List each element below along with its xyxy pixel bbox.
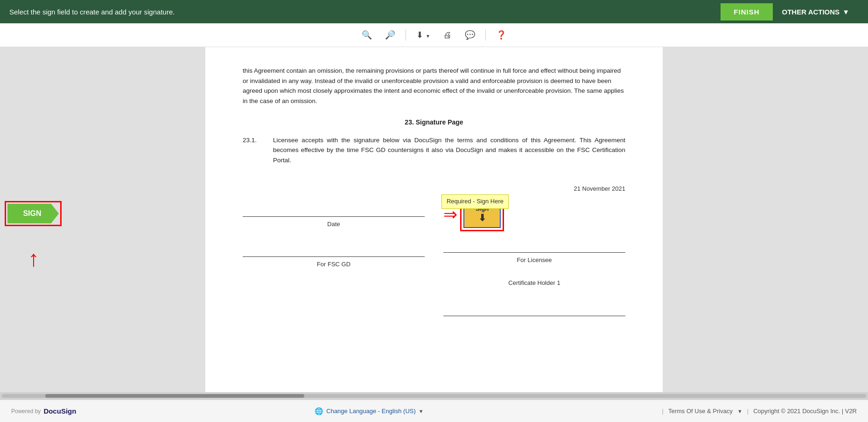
sign-here-container: Required - Sign Here Sign ⬇ [460, 197, 504, 231]
change-language-link[interactable]: Change Language - English (US) [326, 408, 416, 415]
certificate-holder-label: Certificate Holder 1 [508, 278, 560, 288]
zoom-out-icon: 🔎 [385, 30, 395, 40]
arrow-up-indicator: ↑ [28, 248, 39, 270]
sig-col-right: 21 November 2021 ⇒ Required - Sign Here … [443, 184, 625, 319]
licensee-sig-line [443, 239, 625, 253]
footer-center: 🌐 Change Language - English (US) ▼ [315, 407, 423, 415]
instruction-message: Select the sign field to create and add … [9, 8, 175, 16]
signature-area: Date For FSC GD 21 November 2021 ⇒ [243, 184, 625, 319]
download-icon: ⬇ [416, 30, 423, 40]
terms-dropdown-arrow: ▼ [737, 408, 742, 414]
zoom-in-icon: 🔍 [362, 30, 372, 40]
scrollbar-track[interactable] [2, 394, 866, 398]
download-chevron: ▼ [426, 34, 430, 39]
chevron-down-icon: ▼ [842, 8, 849, 16]
cert-sig-line [443, 302, 625, 316]
main-area: SIGN ↑ this Agreement contain an omissio… [0, 47, 868, 392]
sign-tab-button[interactable]: SIGN [7, 204, 59, 223]
document-scroll[interactable]: this Agreement contain an omission, the … [0, 47, 868, 392]
globe-icon: 🌐 [315, 407, 323, 415]
footer-left: Powered by DocuSign [11, 407, 76, 415]
scrollbar-thumb[interactable] [45, 394, 305, 398]
toolbar-separator-1 [406, 29, 406, 41]
date-sig-line [243, 203, 425, 217]
top-bar: Select the sign field to create and add … [0, 0, 868, 23]
footer-right: | Terms Of Use & Privacy ▼ | Copyright ©… [662, 408, 857, 415]
help-button[interactable]: ❓ [491, 27, 511, 43]
zoom-out-button[interactable]: 🔎 [380, 27, 400, 43]
other-actions-button[interactable]: OTHER ACTIONS ▼ [773, 3, 859, 21]
horizontal-scrollbar[interactable] [0, 392, 868, 400]
terms-privacy-link[interactable]: Terms Of Use & Privacy [668, 408, 733, 415]
sig-col-left: Date For FSC GD [243, 184, 425, 319]
top-bar-actions: FINISH OTHER ACTIONS ▼ [721, 3, 859, 21]
for-licensee-label: For Licensee [517, 256, 552, 265]
date-field-label: Date [327, 220, 340, 229]
help-icon: ❓ [496, 30, 506, 40]
for-fsc-label: For FSC GD [317, 260, 350, 270]
toolbar-separator-2 [485, 29, 486, 41]
download-button[interactable]: ⬇ ▼ [412, 27, 435, 43]
powered-by-label: Powered by [11, 408, 41, 415]
print-button[interactable]: 🖨 [439, 28, 456, 43]
section-content: Licensee accepts with the signature belo… [273, 135, 625, 166]
copyright-text: Copyright © 2021 DocuSign Inc. | V2R [753, 408, 857, 415]
required-tooltip: Required - Sign Here [441, 194, 509, 209]
section-23-1: 23.1. Licensee accepts with the signatur… [243, 135, 625, 166]
print-icon: 🖨 [443, 30, 452, 40]
comment-button[interactable]: 💬 [460, 27, 480, 43]
language-dropdown-arrow: ▼ [419, 408, 424, 414]
footer: Powered by DocuSign 🌐 Change Language - … [0, 400, 868, 422]
zoom-in-button[interactable]: 🔍 [357, 27, 377, 43]
doc-paragraph: this Agreement contain an omission, the … [243, 66, 625, 106]
toolbar: 🔍 🔎 ⬇ ▼ 🖨 💬 ❓ [0, 23, 868, 47]
section-header: 23. Signature Page [243, 117, 625, 127]
sign-tab-box: SIGN [5, 201, 62, 226]
docusign-logo: DocuSign [43, 407, 76, 415]
fsc-sig-line [243, 243, 425, 257]
comment-icon: 💬 [465, 30, 475, 40]
sign-down-arrow-icon: ⬇ [478, 212, 486, 223]
finish-button[interactable]: FINISH [721, 3, 772, 21]
sign-tab-container: SIGN [5, 201, 62, 226]
sig-date-text: 21 November 2021 [443, 184, 625, 194]
document-page: this Agreement contain an omission, the … [205, 47, 663, 392]
section-num: 23.1. [243, 135, 264, 166]
